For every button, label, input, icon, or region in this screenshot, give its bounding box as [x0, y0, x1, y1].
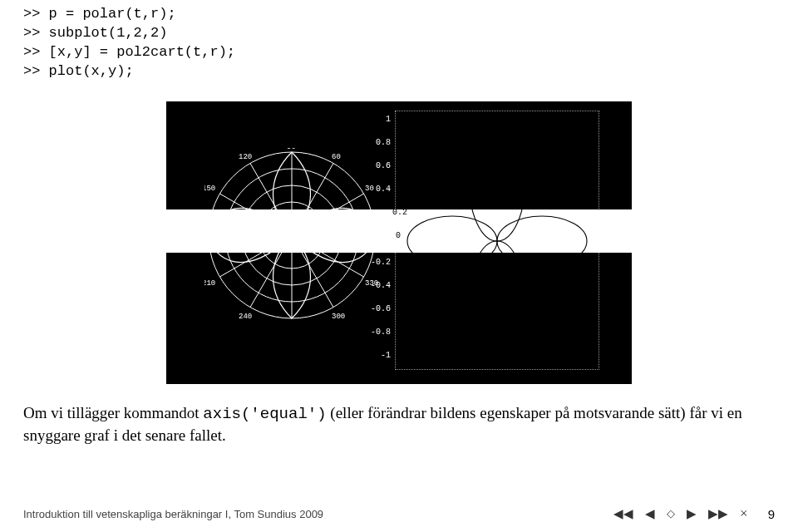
first-page-icon[interactable]: ◀◀ [613, 506, 633, 521]
next-page-icon[interactable]: ▶ [687, 506, 697, 521]
svg-point-23 [469, 121, 525, 241]
svg-point-24 [469, 241, 525, 361]
close-icon[interactable]: × [740, 505, 748, 522]
body-paragraph: Om vi tillägger kommandot axis('equal') … [0, 399, 798, 446]
para-text: Om vi tillägger kommandot [23, 404, 203, 421]
toggle-icon[interactable]: ◇ [667, 507, 675, 520]
svg-text:30: 30 [365, 185, 374, 193]
ytick: -0.6 [371, 304, 391, 313]
svg-point-26 [497, 216, 587, 266]
polar-plot: 0 180 30 60 90 120 150 210 240 270 300 3… [204, 148, 379, 323]
footer: Introduktion till vetenskapliga beräknin… [0, 505, 798, 522]
cartesian-plot [404, 116, 590, 366]
ytick: -0.4 [371, 281, 391, 290]
svg-text:60: 60 [332, 153, 341, 161]
svg-text:180: 180 [204, 233, 207, 241]
code-line: >> [x,y] = pol2cart(t,r); [23, 43, 798, 62]
svg-text:0: 0 [378, 233, 379, 241]
footer-credit: Introduktion till vetenskapliga beräknin… [23, 508, 323, 520]
ytick: -0.2 [371, 258, 391, 267]
code-line: >> plot(x,y); [23, 62, 798, 81]
svg-text:150: 150 [204, 185, 215, 193]
ytick: 1 [386, 115, 391, 124]
ytick: 0.6 [376, 161, 391, 170]
ytick: 0 [396, 231, 401, 240]
ytick: -0.8 [371, 328, 391, 337]
svg-text:240: 240 [239, 313, 252, 321]
page-number: 9 [768, 507, 775, 521]
ytick: 0.2 [392, 208, 407, 217]
ytick: 0.4 [376, 185, 391, 194]
ytick: -1 [381, 351, 391, 360]
code-block: >> p = polar(t,r); >> subplot(1,2,2) >> … [0, 0, 798, 81]
svg-text:300: 300 [332, 313, 345, 321]
nav-controls: ◀◀ ◀ ◇ ▶ ▶▶ × 9 [613, 505, 775, 522]
figure-panel: 0 180 30 60 90 120 150 210 240 270 300 3… [166, 101, 632, 384]
prev-page-icon[interactable]: ◀ [645, 506, 655, 521]
code-line: >> subplot(1,2,2) [23, 24, 798, 43]
svg-text:90: 90 [287, 148, 296, 151]
svg-text:210: 210 [204, 279, 215, 288]
last-page-icon[interactable]: ▶▶ [708, 506, 728, 521]
inline-code: axis('equal') [203, 405, 326, 423]
svg-text:120: 120 [239, 153, 252, 161]
ytick: 0.8 [376, 138, 391, 147]
code-line: >> p = polar(t,r); [23, 5, 798, 24]
svg-point-25 [407, 216, 497, 266]
